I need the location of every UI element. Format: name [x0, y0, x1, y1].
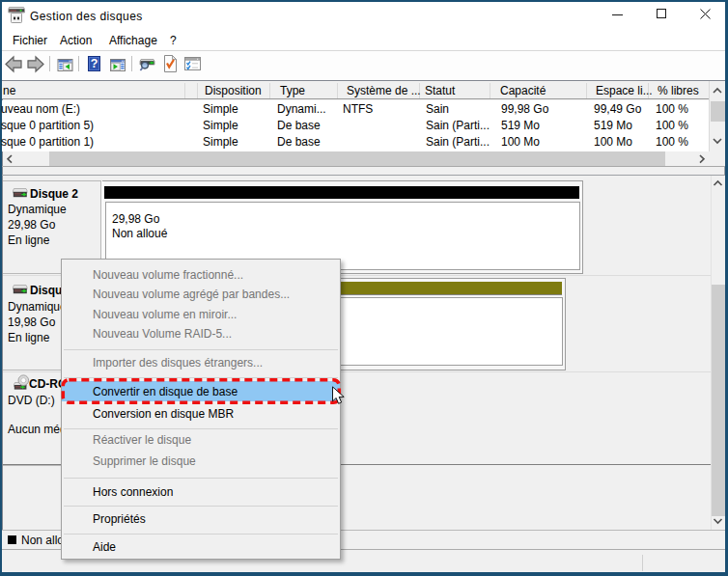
- svg-text:?: ?: [91, 57, 98, 70]
